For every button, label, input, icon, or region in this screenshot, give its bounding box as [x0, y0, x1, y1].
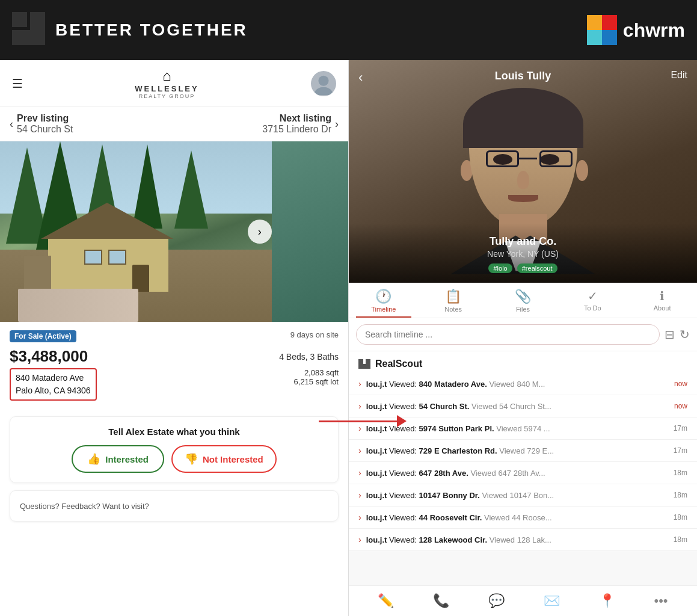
svg-rect-5: [358, 359, 363, 364]
property-image: ›: [0, 141, 348, 322]
location-action-icon[interactable]: 📍: [599, 593, 615, 609]
phone-action-icon[interactable]: 📞: [433, 593, 449, 609]
timeline-time: 17m: [674, 446, 687, 455]
blue-square: [602, 30, 617, 45]
interested-button[interactable]: 👍 Interested: [72, 445, 164, 473]
tab-about-label: About: [654, 304, 671, 312]
svg-point-4: [315, 87, 333, 94]
timeline-user: lou.j.t: [366, 491, 387, 500]
timeline-time: 18m: [674, 535, 687, 544]
tab-notes[interactable]: 📋 Notes: [419, 283, 488, 318]
hair: [463, 88, 583, 148]
tag-realscout[interactable]: #realscout: [517, 263, 557, 273]
prev-arrow-icon: ‹: [10, 118, 13, 131]
tab-about[interactable]: ℹ About: [627, 283, 697, 318]
timeline-item-content: lou.j.t Viewed: 128 Lakewood Cir. Viewed…: [366, 535, 669, 544]
avatar[interactable]: [311, 71, 336, 96]
timeline-preview: Viewed 729 E...: [499, 446, 554, 455]
top-banner: BETTER TOGETHER chwrm: [0, 0, 697, 60]
timeline-item[interactable]: › lou.j.t Viewed: 44 Roosevelt Cir. View…: [349, 507, 697, 529]
red-square: [602, 15, 617, 30]
search-timeline-input[interactable]: [356, 324, 660, 345]
nose: [517, 171, 529, 189]
more-action-icon[interactable]: •••: [654, 593, 668, 609]
svg-rect-0: [12, 12, 27, 27]
banner-title: BETTER TOGETHER: [55, 20, 248, 40]
prev-listing-button[interactable]: ‹ Prev listing 54 Church St: [10, 113, 73, 135]
glasses-bridge: [519, 158, 537, 159]
tell-alex-section: Tell Alex Estate what you think 👍 Intere…: [10, 416, 339, 483]
banner-brand-text: chwrm: [623, 19, 685, 42]
timeline-time: 18m: [674, 491, 687, 499]
timeline-item-content: lou.j.t Viewed: 44 Roosevelt Cir. Viewed…: [366, 513, 669, 522]
timeline-item[interactable]: › lou.j.t Viewed: 647 28th Ave. Viewed 6…: [349, 462, 697, 484]
for-sale-badge: For Sale (Active): [10, 330, 76, 342]
svg-rect-7: [366, 359, 370, 369]
left-logo-icon: [12, 12, 48, 48]
timeline-item[interactable]: › lou.j.t Viewed: 729 E Charleston Rd. V…: [349, 440, 697, 462]
ear-right: [576, 160, 588, 181]
glasses-right-frame: [539, 150, 573, 167]
tab-timeline[interactable]: 🕐 Timeline: [349, 283, 419, 318]
timeline-item-content: lou.j.t Viewed: 5974 Sutton Park Pl. Vie…: [366, 424, 669, 433]
not-interested-button[interactable]: 👎 Not Interested: [171, 445, 277, 473]
timeline-address: 44 Roosevelt Cir.: [419, 513, 482, 522]
timeline-address: 840 Matadero Ave.: [419, 380, 487, 389]
left-header: ☰ ⌂ WELLESLEY REALTY GROUP: [0, 60, 348, 107]
next-listing-address: 3715 Lindero Dr: [262, 124, 331, 135]
timeline-action: Viewed:: [389, 380, 419, 389]
property-image-side: [272, 141, 348, 322]
timeline-item[interactable]: › lou.j.t Viewed: 840 Matadero Ave. View…: [349, 373, 697, 395]
svg-point-3: [318, 75, 328, 85]
timeline-user: lou.j.t: [366, 469, 387, 478]
realty-logo: ⌂ WELLESLEY REALTY GROUP: [135, 67, 198, 99]
chat-action-icon[interactable]: 💬: [488, 593, 505, 609]
contact-face: [463, 94, 583, 238]
realscout-header: RealScout: [349, 351, 697, 373]
timeline-section: ⊟ ↻ RealScout › lou.j.t Viewed: 840 Mata…: [349, 318, 697, 585]
email-action-icon[interactable]: ✉️: [544, 593, 560, 609]
timeline-item-content: lou.j.t Viewed: 647 28th Ave. Viewed 647…: [366, 469, 669, 478]
tab-notes-label: Notes: [444, 306, 462, 313]
timeline-user: lou.j.t: [366, 402, 387, 411]
logo-subtext: REALTY GROUP: [135, 93, 198, 99]
timeline-time: now: [674, 380, 687, 388]
next-listing-button[interactable]: Next listing 3715 Lindero Dr ›: [262, 113, 339, 135]
property-next-button[interactable]: ›: [248, 220, 272, 244]
prev-listing-address: 54 Church St: [17, 124, 73, 135]
refresh-icon[interactable]: ↻: [680, 327, 690, 342]
tag-lolo[interactable]: #lolo: [488, 263, 512, 273]
tab-files[interactable]: 📎 Files: [488, 283, 558, 318]
timeline-item[interactable]: › lou.j.t Viewed: 54 Church St. Viewed 5…: [349, 395, 697, 417]
banner-right: chwrm: [587, 15, 685, 45]
timeline-icon: 🕐: [375, 289, 391, 304]
timeline-address: 5974 Sutton Park Pl.: [419, 424, 494, 433]
days-on-site: 9 days on site: [290, 330, 339, 339]
address-line2: Palo Alto, CA 94306: [16, 384, 91, 397]
edit-action-icon[interactable]: ✏️: [378, 593, 394, 609]
listing-navigation: ‹ Prev listing 54 Church St Next listing…: [0, 107, 348, 141]
arrow-line: [319, 420, 397, 422]
timeline-preview: Viewed 44 Roose...: [484, 513, 552, 522]
filter-icon[interactable]: ⊟: [665, 327, 675, 342]
search-bar-row: ⊟ ↻: [349, 318, 697, 351]
questions-text: Questions? Feedback? Want to visit?: [20, 502, 149, 511]
timeline-time: now: [674, 402, 687, 410]
bottom-action-bar: ✏️ 📞 💬 ✉️ 📍 •••: [349, 585, 697, 616]
hamburger-icon[interactable]: ☰: [12, 76, 23, 91]
color-squares-icon: [587, 15, 617, 45]
back-button[interactable]: ‹: [358, 70, 363, 85]
timeline-item-content: lou.j.t Viewed: 10147 Bonny Dr. Viewed 1…: [366, 491, 669, 500]
timeline-action: Viewed:: [389, 446, 419, 455]
timeline-item[interactable]: › lou.j.t Viewed: 10147 Bonny Dr. Viewed…: [349, 484, 697, 507]
house-logo-icon: ⌂: [135, 67, 198, 84]
timeline-item[interactable]: › lou.j.t Viewed: 128 Lakewood Cir. View…: [349, 529, 697, 551]
tab-todo[interactable]: ✓ To Do: [557, 283, 627, 318]
timeline-address: 10147 Bonny Dr.: [419, 491, 480, 500]
prev-listing-label: Prev listing: [17, 113, 73, 124]
realscout-title: RealScout: [375, 359, 422, 369]
mouth: [508, 195, 538, 202]
timeline-item-content: lou.j.t Viewed: 729 E Charleston Rd. Vie…: [366, 446, 669, 455]
edit-button[interactable]: Edit: [671, 70, 687, 81]
interested-label: Interested: [105, 454, 149, 464]
